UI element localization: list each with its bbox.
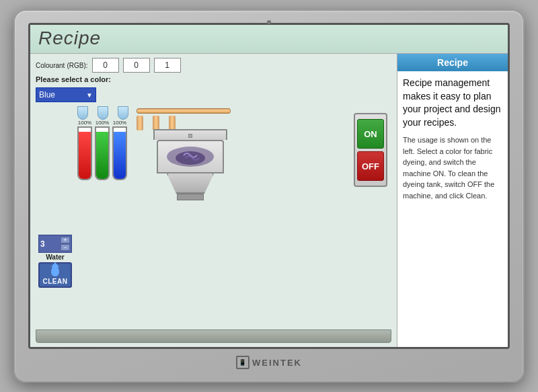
brand-logo: 📱 WEINTEK xyxy=(236,356,302,369)
svg-point-0 xyxy=(176,151,205,165)
tank-base xyxy=(177,194,204,200)
stepper-buttons: + − xyxy=(61,237,70,251)
diagram-area: 3 + − Water CLEAN xyxy=(36,106,391,328)
tube-blue-wrap: 100% xyxy=(112,120,127,180)
water-decrement-button[interactable]: − xyxy=(61,244,70,251)
hmi-device: Recipe Colourant (RGB): 0 0 1 Please xyxy=(13,9,525,383)
tube-red xyxy=(77,126,92,180)
brand-name: WEINTEK xyxy=(252,358,302,368)
colourant-r-value[interactable]: 0 xyxy=(92,58,119,73)
right-panel-body: Recipe management makes it easy to plan … xyxy=(397,71,508,206)
connector-drop-1 xyxy=(77,106,88,120)
screen-body: Colourant (RGB): 0 0 1 Please select a c… xyxy=(30,54,508,347)
color-select-dropdown[interactable]: Blue ▼ xyxy=(36,87,96,102)
tank-body xyxy=(157,140,224,173)
right-panel-title: Recipe xyxy=(437,57,468,68)
right-panel-sub-text: The usage is shown on the left. Select a… xyxy=(403,134,502,201)
switch-panel: ON OFF xyxy=(354,113,387,187)
logo-icon-text: 📱 xyxy=(239,359,247,366)
h-pipe xyxy=(137,108,231,114)
tube-red-pct: 100% xyxy=(78,120,91,126)
tube-green-wrap: 100% xyxy=(95,120,110,180)
power-led xyxy=(267,20,271,24)
tank-indicator xyxy=(188,134,192,138)
water-control: 3 + − Water CLEAN xyxy=(38,235,72,288)
v-pipe-3 xyxy=(169,116,176,130)
connector-drop-2 xyxy=(98,106,108,120)
logo-icon: 📱 xyxy=(236,356,249,369)
v-pipe-1 xyxy=(137,116,143,130)
tube-blue-fill xyxy=(114,132,126,179)
colourant-b-value[interactable]: 1 xyxy=(154,58,181,73)
colourant-row: Colourant (RGB): 0 0 1 xyxy=(36,58,391,73)
water-stepper-top: 3 + − xyxy=(40,237,70,251)
chevron-down-icon: ▼ xyxy=(86,91,93,99)
tube-green-fill xyxy=(96,132,108,179)
tank-content xyxy=(167,147,214,167)
tube-red-fill xyxy=(79,132,91,179)
clean-button[interactable]: CLEAN xyxy=(38,262,72,288)
spacer xyxy=(111,106,115,120)
screen: Recipe Colourant (RGB): 0 0 1 Please xyxy=(28,23,510,349)
color-select-container: Blue ▼ xyxy=(36,87,391,102)
screen-header: Recipe xyxy=(30,25,508,54)
right-panel: Recipe Recipe management makes it easy t… xyxy=(397,54,508,347)
h-pipe-row xyxy=(137,106,244,116)
tube-red-wrap: 100% xyxy=(77,120,92,180)
colourant-g-value[interactable]: 0 xyxy=(123,58,150,73)
color-select-row: Please select a color: xyxy=(36,75,391,83)
water-label: Water xyxy=(46,253,64,261)
tube-blue xyxy=(112,126,127,180)
water-increment-button[interactable]: + xyxy=(61,237,70,243)
mixing-tank-assembly xyxy=(137,106,244,200)
v-pipe-2 xyxy=(153,116,159,130)
tank-wrapper xyxy=(137,129,244,200)
tank-bottom xyxy=(167,173,214,194)
switch-off-button[interactable]: OFF xyxy=(357,151,384,181)
colourant-label: Colourant (RGB): xyxy=(36,61,88,69)
spacer xyxy=(91,106,95,120)
bottom-bar: 📱 WEINTEK xyxy=(236,353,302,372)
color-select-label: Please select a color: xyxy=(36,75,111,83)
connector-drop-3 xyxy=(118,106,128,120)
water-stepper[interactable]: 3 + − xyxy=(38,235,72,253)
right-panel-main-text: Recipe management makes it easy to plan … xyxy=(403,77,502,129)
right-panel-header: Recipe xyxy=(397,54,508,71)
test-tubes: 100% 100% 100% xyxy=(77,120,127,180)
screen-title: Recipe xyxy=(38,28,500,49)
color-select-value: Blue xyxy=(39,90,55,100)
droplet-icon xyxy=(51,266,59,276)
water-value: 3 xyxy=(40,239,45,249)
tube-green-pct: 100% xyxy=(95,120,109,126)
switch-on-button[interactable]: ON xyxy=(357,119,384,149)
tank-top-box xyxy=(153,129,227,140)
v-pipes-row xyxy=(137,116,244,129)
tube-blue-pct: 100% xyxy=(113,120,126,126)
left-panel: Colourant (RGB): 0 0 1 Please select a c… xyxy=(30,54,397,347)
clean-button-label: CLEAN xyxy=(43,278,68,285)
tank-swirl-icon xyxy=(174,149,207,165)
tube-green xyxy=(95,126,110,180)
connector-drops xyxy=(77,106,128,120)
sink-base xyxy=(36,329,391,343)
